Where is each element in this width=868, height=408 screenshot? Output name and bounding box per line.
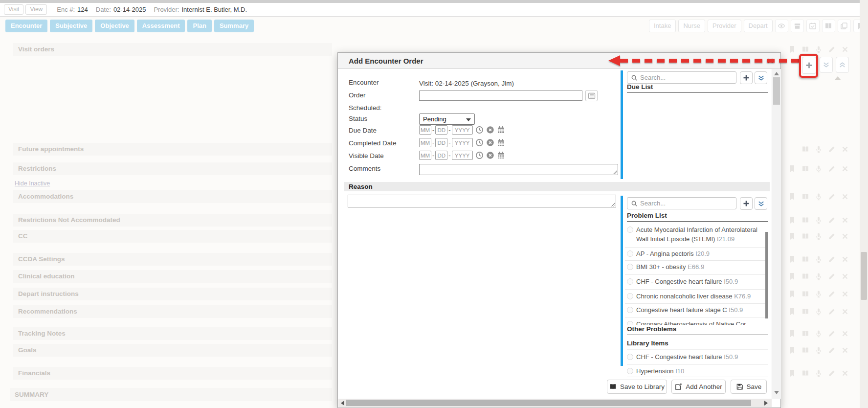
delete-icon[interactable] [841, 145, 849, 153]
tab-subjective[interactable]: Subjective [50, 20, 92, 32]
tab-summary[interactable]: Summary [214, 20, 254, 32]
tab-objective[interactable]: Objective [95, 20, 134, 32]
clear-date-button[interactable] [486, 138, 494, 147]
book-icon[interactable] [801, 216, 809, 224]
bookmark-icon[interactable] [788, 216, 796, 224]
book-icon[interactable] [801, 193, 809, 201]
pencil-icon[interactable] [828, 145, 836, 153]
completed-date-dd-input[interactable] [435, 138, 447, 147]
book-icon[interactable] [801, 346, 809, 354]
mic-icon[interactable] [815, 145, 823, 153]
bookmark-icon[interactable] [788, 272, 796, 280]
visible-date-mm-input[interactable] [419, 151, 431, 160]
section-visit-orders[interactable]: Visit orders [13, 43, 332, 56]
dialog-horizontal-scrollbar[interactable] [338, 399, 772, 407]
bookmark-icon[interactable] [788, 369, 796, 377]
pencil-icon[interactable] [828, 165, 836, 173]
delete-icon[interactable] [841, 290, 849, 298]
bookmark-icon[interactable] [788, 308, 796, 316]
due-date-mm-input[interactable] [419, 125, 431, 135]
due-date-yyyy-input[interactable] [452, 125, 473, 135]
book-icon[interactable] [801, 272, 809, 280]
expand-due-list-button[interactable] [755, 71, 767, 84]
library-button[interactable] [822, 20, 835, 32]
horizontal-scrollbar-thumb[interactable] [346, 400, 751, 406]
problem-item[interactable]: CHF - Congestive heart failure I50.9 [627, 277, 765, 286]
mic-icon[interactable] [815, 165, 823, 173]
scroll-down-arrow[interactable] [774, 391, 779, 394]
calendar-picker-button[interactable] [497, 138, 505, 147]
delete-icon[interactable] [841, 346, 849, 354]
scroll-up-arrow[interactable] [774, 72, 779, 75]
book-icon[interactable] [801, 330, 809, 338]
delete-icon[interactable] [841, 255, 849, 263]
problem-item[interactable]: Coronary Atherosclerosis of Native Cor..… [627, 319, 765, 325]
page-scrollbar[interactable] [860, 0, 868, 408]
section-future-appointments[interactable]: Future appointments [13, 143, 332, 156]
pencil-icon[interactable] [828, 369, 836, 377]
problem-item[interactable]: AP - Angina pectoris I20.9 [627, 249, 765, 258]
delete-icon[interactable] [841, 330, 849, 338]
section-recommendations[interactable]: Recommendations [13, 305, 332, 318]
pencil-icon[interactable] [828, 272, 836, 280]
resize-handle[interactable] [613, 170, 617, 174]
book-icon[interactable] [801, 290, 809, 298]
pencil-icon[interactable] [828, 216, 836, 224]
mic-icon[interactable] [815, 216, 823, 224]
problem-item[interactable]: Congestive heart failure stage C I50.9 [627, 305, 765, 315]
problem-item[interactable]: BMI 30+ - obesity E66.9 [627, 262, 765, 272]
mic-icon[interactable] [815, 232, 823, 240]
delete-icon[interactable] [841, 369, 849, 377]
clear-date-button[interactable] [486, 126, 494, 134]
bookmark-icon[interactable] [788, 346, 796, 354]
bookmark-icon[interactable] [788, 290, 796, 298]
stage-depart-button[interactable]: Depart [744, 20, 773, 32]
section-financials[interactable]: Financials [13, 367, 332, 380]
order-picker-button[interactable] [585, 90, 598, 101]
calendar-picker-button[interactable] [497, 126, 505, 134]
tab-encounter[interactable]: Encounter [5, 20, 47, 32]
section-tracking-notes[interactable]: Tracking Notes [13, 327, 332, 340]
section-cc[interactable]: CC [13, 230, 332, 243]
delete-icon[interactable] [841, 216, 849, 224]
mic-icon[interactable] [815, 272, 823, 280]
section-restrictions[interactable]: Restrictions [13, 162, 332, 175]
mic-icon[interactable] [815, 255, 823, 263]
book-icon[interactable] [801, 145, 809, 153]
reason-textarea[interactable] [348, 195, 616, 207]
due-search-input[interactable] [640, 74, 736, 81]
delete-icon[interactable] [841, 193, 849, 201]
collapse-all-button[interactable] [820, 57, 833, 73]
mic-icon[interactable] [815, 45, 823, 53]
problem-item[interactable]: Acute Myocardial Infarction of Anterolat… [627, 225, 765, 244]
time-now-button[interactable] [475, 151, 484, 159]
section-clinical-education[interactable]: Clinical education [13, 270, 332, 283]
section-summary[interactable]: SUMMARY [10, 388, 332, 401]
delete-icon[interactable] [841, 45, 849, 53]
pencil-icon[interactable] [828, 330, 836, 338]
scroll-right-arrow[interactable] [764, 401, 768, 406]
calendar-check-button[interactable] [806, 20, 820, 32]
page-scrollbar-thumb[interactable] [861, 252, 867, 300]
expand-all-button[interactable] [836, 57, 849, 73]
book-icon[interactable] [801, 232, 809, 240]
mic-icon[interactable] [815, 346, 823, 354]
order-input[interactable] [419, 91, 582, 101]
due-date-dd-input[interactable] [435, 125, 447, 135]
archive-button[interactable] [791, 20, 804, 32]
dialog-vertical-scrollbar[interactable] [772, 69, 781, 399]
library-item[interactable]: Hypertension I10 [627, 366, 768, 376]
add-reason-button[interactable] [740, 197, 753, 210]
add-due-item-button[interactable] [740, 71, 753, 84]
delete-icon[interactable] [841, 272, 849, 280]
completed-date-mm-input[interactable] [419, 138, 431, 147]
bookmark-icon[interactable] [788, 255, 796, 263]
time-now-button[interactable] [475, 138, 484, 147]
preview-button[interactable] [775, 20, 788, 32]
book-icon[interactable] [801, 45, 809, 53]
library-item[interactable]: CHF - Congestive heart failure I50.9 [627, 352, 768, 362]
stage-intake-button[interactable]: Intake [649, 20, 676, 32]
time-now-button[interactable] [475, 126, 484, 134]
scroll-left-arrow[interactable] [341, 401, 344, 406]
pencil-icon[interactable] [828, 193, 836, 201]
